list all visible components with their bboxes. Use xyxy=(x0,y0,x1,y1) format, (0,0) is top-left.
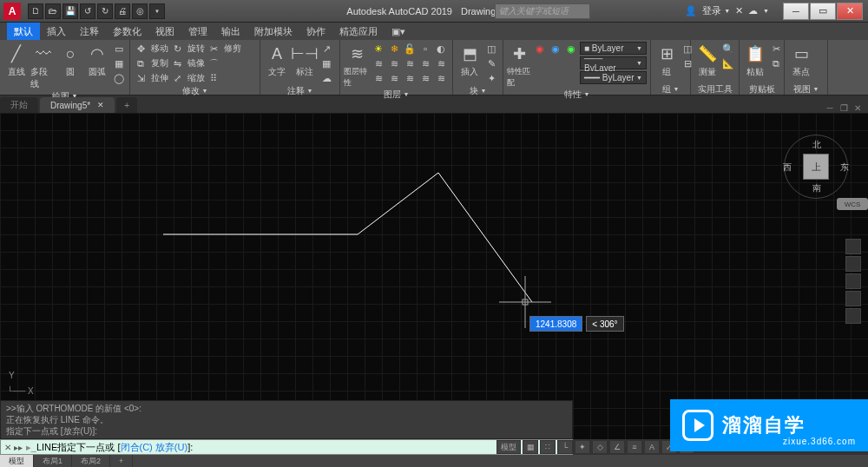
tab-annotate[interactable]: 注释 xyxy=(73,23,106,40)
nav-wheel-icon[interactable] xyxy=(845,239,861,254)
search-input[interactable]: 键入关键字或短语 xyxy=(495,3,590,19)
cmd-handle-icon[interactable]: ✕ ▸▸ xyxy=(4,443,23,452)
exchange-icon[interactable]: ✕ xyxy=(735,5,743,16)
arc-button[interactable]: ◠圆弧 xyxy=(85,42,110,78)
command-line-input[interactable]: ✕ ▸▸ ▸_ LINE 指定下一点或 [闭合(C) 放弃(U)]: ▲ xyxy=(0,439,573,455)
doc-minimize-icon[interactable]: ─ xyxy=(825,102,835,113)
hatch-icon[interactable]: ▦ xyxy=(112,56,126,70)
dynamic-distance-input[interactable]: 1241.8308 xyxy=(529,316,582,332)
tab-insert[interactable]: 插入 xyxy=(40,23,73,40)
tab-collaborate[interactable]: 协作 xyxy=(299,23,332,40)
tab-parametric[interactable]: 参数化 xyxy=(106,23,148,40)
tab-manage[interactable]: 管理 xyxy=(181,23,214,40)
nav-showmotion-icon[interactable] xyxy=(845,308,861,324)
table-icon[interactable]: ▦ xyxy=(319,56,333,70)
polyline-button[interactable]: 〰多段线 xyxy=(30,42,56,90)
move-icon[interactable]: ✥ xyxy=(134,42,148,56)
help-dropdown[interactable]: ▼ xyxy=(763,8,769,14)
dynamic-angle-input[interactable]: < 306° xyxy=(586,316,623,332)
nav-pan-icon[interactable] xyxy=(845,256,861,272)
close-button[interactable]: ✕ xyxy=(837,3,863,20)
fillet-icon[interactable]: ⌒ xyxy=(207,56,220,70)
paste-button[interactable]: 📋粘贴 xyxy=(743,42,767,78)
cloud-icon[interactable]: ☁ xyxy=(748,5,758,16)
line-button[interactable]: ╱直线 xyxy=(3,42,29,78)
tab-express[interactable]: 精选应用 xyxy=(332,23,385,40)
drawing-canvas[interactable]: 1241.8308 < 306° 上 北 南 东 西 WCS Y └── X xyxy=(0,113,868,439)
qat-redo-icon[interactable]: ↻ xyxy=(97,3,113,19)
scale-icon[interactable]: ⤢ xyxy=(170,71,184,85)
status-grid-icon[interactable]: ▦ xyxy=(523,440,538,454)
status-ortho-icon[interactable]: └ xyxy=(557,440,573,454)
tab-default[interactable]: 默认 xyxy=(7,23,40,40)
qat-open-icon[interactable]: 🗁 xyxy=(45,3,61,19)
qat-dropdown-icon[interactable]: ▼ xyxy=(149,3,165,19)
tab-start[interactable]: 开始 xyxy=(0,97,38,113)
qat-print-icon[interactable]: 🖨 xyxy=(115,3,130,19)
insert-block-button[interactable]: ⬒插入 xyxy=(457,42,483,78)
stretch-icon[interactable]: ⇲ xyxy=(134,71,148,85)
layer-freeze-icon[interactable]: ☀ xyxy=(372,42,385,56)
layer-off-icon[interactable]: 🔓 xyxy=(403,42,417,56)
minimize-button[interactable]: ─ xyxy=(783,3,809,20)
layout-1[interactable]: 布局1 xyxy=(34,455,72,467)
tab-expander-icon[interactable]: ▣▾ xyxy=(385,23,412,40)
basepoint-button[interactable]: ▭基点 xyxy=(788,42,814,78)
lineweight-dropdown[interactable]: ─── ByLayer▼ xyxy=(580,56,647,69)
login-button[interactable]: 登录▼ xyxy=(702,4,730,17)
layer-properties-button[interactable]: ≋图层特性 xyxy=(344,42,370,89)
nav-zoom-icon[interactable] xyxy=(845,273,861,289)
dimension-button[interactable]: ⊢⊣标注 xyxy=(292,42,318,78)
ellipse-icon[interactable]: ◯ xyxy=(112,71,126,85)
app-logo[interactable]: A xyxy=(3,3,21,20)
tab-addins[interactable]: 附加模块 xyxy=(247,23,299,40)
layout-add[interactable]: + xyxy=(110,455,133,467)
wcs-badge[interactable]: WCS xyxy=(837,198,868,210)
status-ann-icon[interactable]: A xyxy=(644,440,660,454)
mirror-icon[interactable]: ⇋ xyxy=(170,56,184,70)
status-osnap-icon[interactable]: ◇ xyxy=(592,440,608,454)
create-block-icon[interactable]: ◫ xyxy=(484,42,498,56)
match-properties-button[interactable]: ✚特性匹配 xyxy=(507,42,531,89)
viewcube-top[interactable]: 上 xyxy=(803,154,829,180)
status-model[interactable]: 模型 xyxy=(496,440,521,454)
qat-new-icon[interactable]: 🗋 xyxy=(28,3,43,19)
cloud-anno-icon[interactable]: ☁ xyxy=(319,71,333,85)
tab-current-drawing[interactable]: Drawing5*✕ xyxy=(40,97,115,113)
copy-icon[interactable]: ⧉ xyxy=(134,56,148,70)
tab-output[interactable]: 输出 xyxy=(214,23,247,40)
new-tab-button[interactable]: + xyxy=(116,97,137,113)
edit-block-icon[interactable]: ✎ xyxy=(484,56,498,70)
qat-save-icon[interactable]: 💾 xyxy=(62,3,78,19)
trim-icon[interactable]: ✂ xyxy=(207,42,220,56)
linetype-dropdown[interactable]: ━━━ ByLayer▼ xyxy=(580,71,647,84)
layer-lock-icon[interactable]: ❄ xyxy=(387,42,401,56)
cut-icon[interactable]: ✂ xyxy=(769,42,783,56)
array-icon[interactable]: ⠿ xyxy=(207,71,220,85)
copy-clip-icon[interactable]: ⧉ xyxy=(769,56,783,70)
rotate-icon[interactable]: ↻ xyxy=(170,42,184,56)
text-button[interactable]: A文字 xyxy=(264,42,290,78)
maximize-button[interactable]: ▭ xyxy=(810,3,836,20)
doc-restore-icon[interactable]: ❐ xyxy=(838,102,849,113)
status-snap-icon[interactable]: ∷ xyxy=(540,440,556,454)
measure-button[interactable]: 📏测量 xyxy=(694,42,720,78)
panel-annotation: A文字 ⊢⊣标注 ↗ ▦ ☁ 注释▼ xyxy=(260,40,340,95)
status-otrack-icon[interactable]: ∠ xyxy=(609,440,625,454)
leader-icon[interactable]: ↗ xyxy=(319,42,333,56)
layout-model[interactable]: 模型 xyxy=(0,455,34,467)
group-button[interactable]: ⊞组 xyxy=(654,42,679,78)
qat-undo-icon[interactable]: ↺ xyxy=(80,3,95,19)
doc-close-icon[interactable]: ✕ xyxy=(852,102,863,113)
layout-2[interactable]: 布局2 xyxy=(72,455,110,467)
tab-view[interactable]: 视图 xyxy=(148,23,181,40)
color-icon[interactable]: ◉ xyxy=(533,42,547,56)
status-polar-icon[interactable]: ✦ xyxy=(575,440,590,454)
attr-icon[interactable]: ✦ xyxy=(484,71,498,85)
circle-button[interactable]: ○圆 xyxy=(58,42,83,78)
rect-icon[interactable]: ▭ xyxy=(112,42,126,56)
qat-more-icon[interactable]: ◎ xyxy=(132,3,148,19)
nav-orbit-icon[interactable] xyxy=(845,291,861,306)
ucs-icon: Y └── X xyxy=(7,386,34,396)
status-lwt-icon[interactable]: ≡ xyxy=(627,440,642,454)
